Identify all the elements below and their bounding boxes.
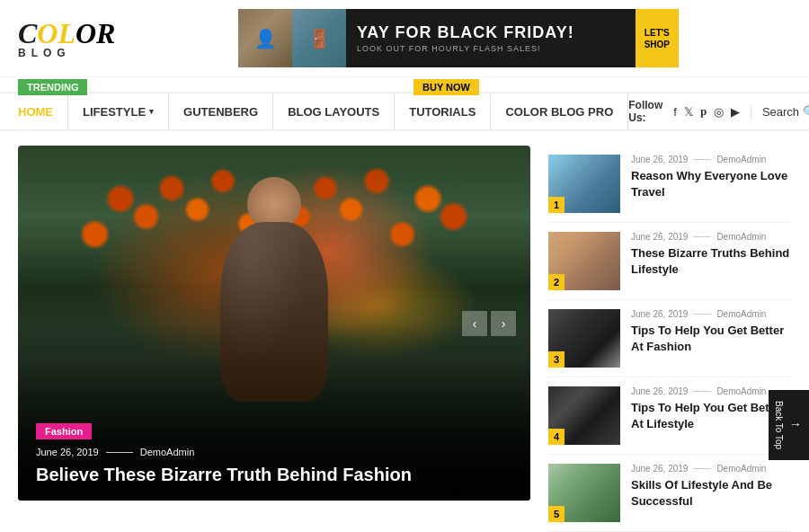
- pinterest-icon[interactable]: 𝐩: [700, 104, 707, 119]
- sidebar-post-1[interactable]: 1 June 26, 2019 DemoAdmin Reason Why Eve…: [548, 146, 791, 223]
- buy-now-label[interactable]: BUY NOW: [413, 79, 479, 95]
- ad-shop-button[interactable]: LET'S SHOP: [636, 9, 679, 67]
- sidebar-content-5: June 26, 2019 DemoAdmin Skills Of Lifest…: [631, 464, 791, 509]
- trending-label: TRENDING: [18, 79, 87, 95]
- sidebar-content-2: June 26, 2019 DemoAdmin These Bizarre Tr…: [631, 232, 791, 277]
- sidebar-date-3: June 26, 2019: [631, 309, 688, 319]
- site-logo[interactable]: COLOR BLOG: [18, 17, 126, 59]
- sidebar-date-4: June 26, 2019: [631, 386, 688, 396]
- sidebar-dash-1: [693, 159, 711, 160]
- thumb-number-4: 4: [548, 429, 565, 445]
- featured-overlay: Fashion June 26, 2019 DemoAdmin Believe …: [18, 408, 530, 501]
- sidebar-title-4[interactable]: Tips To Help You Get Better At Lifestyle: [631, 400, 791, 431]
- sidebar-content-4: June 26, 2019 DemoAdmin Tips To Help You…: [631, 386, 791, 431]
- sidebar-posts: 1 June 26, 2019 DemoAdmin Reason Why Eve…: [548, 146, 791, 532]
- sidebar-dash-4: [693, 391, 711, 392]
- main-nav: HOME LIFESTYLE ▾ GUTENBERG BLOG LAYOUTS …: [0, 93, 809, 131]
- sidebar-date-5: June 26, 2019: [631, 464, 688, 474]
- social-icons: f 𝕏 𝐩 ◎ ▶: [673, 104, 740, 119]
- ad-image-2: 🚪: [292, 9, 346, 67]
- twitter-icon[interactable]: 𝕏: [684, 105, 693, 119]
- featured-author: DemoAdmin: [140, 447, 195, 457]
- instagram-icon[interactable]: ◎: [714, 105, 724, 119]
- featured-category[interactable]: Fashion: [36, 423, 92, 439]
- follow-us-label: Follow Us:: [628, 99, 662, 124]
- nav-right: Follow Us: f 𝕏 𝐩 ◎ ▶ Search 🔍: [628, 99, 809, 124]
- sidebar-title-2[interactable]: These Bizarre Truths Behind Lifestyle: [631, 245, 791, 277]
- sidebar-thumb-5: 5: [548, 464, 620, 522]
- nav-item-color-blog-pro[interactable]: COLOR BLOG PRO: [491, 93, 628, 130]
- up-arrow-icon: ↑: [789, 421, 804, 428]
- sidebar-author-2: DemoAdmin: [716, 232, 766, 242]
- sidebar-author-1: DemoAdmin: [716, 155, 766, 164]
- sidebar-post-2[interactable]: 2 June 26, 2019 DemoAdmin These Bizarre …: [548, 223, 791, 300]
- featured-date: June 26, 2019: [36, 447, 99, 457]
- sidebar-content-3: June 26, 2019 DemoAdmin Tips To Help You…: [631, 309, 791, 354]
- nav-item-home[interactable]: HOME: [18, 93, 68, 130]
- ad-container[interactable]: 👤 🚪 YAY FOR BLACK FRIDAY! LOOK OUT FOR H…: [238, 9, 679, 67]
- nav-item-blog-layouts[interactable]: BLOG LAYOUTS: [273, 93, 395, 130]
- slider-navigation: ‹ ›: [462, 311, 516, 336]
- ad-image-1: 👤: [238, 9, 292, 67]
- logo-text: COLOR: [18, 17, 115, 50]
- ad-images: 👤 🚪: [238, 9, 346, 67]
- sidebar-author-4: DemoAdmin: [716, 386, 766, 396]
- meta-divider: [106, 452, 133, 453]
- nav-item-gutenberg[interactable]: GUTENBERG: [169, 93, 273, 130]
- chevron-down-icon: ▾: [149, 107, 154, 116]
- sidebar-meta-5: June 26, 2019 DemoAdmin: [631, 464, 791, 474]
- ad-title: YAY FOR BLACK FRIDAY!: [357, 23, 625, 42]
- sidebar-dash-2: [693, 236, 711, 237]
- header: COLOR BLOG 👤 🚪 YAY FOR BLACK FRIDAY! LOO…: [0, 0, 809, 77]
- logo-blog: BLOG: [18, 47, 71, 59]
- thumb-number-1: 1: [548, 197, 565, 213]
- sidebar-thumb-4: 4: [548, 386, 620, 445]
- sidebar-thumb-2: 2: [548, 232, 620, 290]
- sidebar-title-3[interactable]: Tips To Help You Get Better At Fashion: [631, 323, 791, 354]
- search-icon: 🔍: [803, 105, 809, 119]
- nav-item-lifestyle[interactable]: LIFESTYLE ▾: [68, 93, 169, 130]
- sidebar-meta-2: June 26, 2019 DemoAdmin: [631, 232, 791, 242]
- sidebar-author-3: DemoAdmin: [716, 309, 766, 319]
- featured-post: ‹ › Fashion June 26, 2019 DemoAdmin Beli…: [18, 146, 530, 501]
- back-to-top-label: Back To Top: [774, 401, 784, 449]
- featured-title[interactable]: Believe These Bizarre Truth Behind Fashi…: [36, 463, 512, 486]
- nav-item-tutorials[interactable]: TUTORIALS: [395, 93, 491, 130]
- sidebar-post-5[interactable]: 5 June 26, 2019 DemoAdmin Skills Of Life…: [548, 455, 791, 532]
- thumb-number-3: 3: [548, 351, 565, 368]
- search-button[interactable]: Search 🔍: [751, 105, 809, 119]
- search-label: Search: [762, 105, 799, 119]
- sidebar-dash-3: [693, 314, 711, 315]
- thumb-number-2: 2: [548, 274, 565, 290]
- sidebar-date-1: June 26, 2019: [631, 155, 688, 164]
- youtube-icon[interactable]: ▶: [731, 105, 740, 119]
- trending-bar: TRENDING BUY NOW: [0, 77, 809, 93]
- ad-subtitle: LOOK OUT FOR HOURLY FLASH SALES!: [357, 44, 625, 53]
- sidebar-meta-1: June 26, 2019 DemoAdmin: [631, 155, 791, 164]
- ad-text-content: YAY FOR BLACK FRIDAY! LOOK OUT FOR HOURL…: [346, 16, 636, 60]
- sidebar-date-2: June 26, 2019: [631, 232, 688, 242]
- nav-links: HOME LIFESTYLE ▾ GUTENBERG BLOG LAYOUTS …: [18, 93, 628, 130]
- featured-meta: June 26, 2019 DemoAdmin: [36, 447, 512, 457]
- back-to-top-button[interactable]: ↑ Back To Top: [769, 390, 809, 460]
- main-content: ‹ › Fashion June 26, 2019 DemoAdmin Beli…: [0, 131, 809, 532]
- next-arrow[interactable]: ›: [491, 311, 516, 336]
- sidebar-content-1: June 26, 2019 DemoAdmin Reason Why Every…: [631, 155, 791, 200]
- sidebar-thumb-3: 3: [548, 309, 620, 368]
- header-ad-banner: 👤 🚪 YAY FOR BLACK FRIDAY! LOOK OUT FOR H…: [126, 9, 791, 67]
- prev-arrow[interactable]: ‹: [462, 311, 487, 336]
- sidebar-meta-3: June 26, 2019 DemoAdmin: [631, 309, 791, 319]
- sidebar-post-4[interactable]: 4 June 26, 2019 DemoAdmin Tips To Help Y…: [548, 377, 791, 455]
- sidebar-meta-4: June 26, 2019 DemoAdmin: [631, 386, 791, 396]
- sidebar-author-5: DemoAdmin: [716, 464, 766, 474]
- sidebar-title-5[interactable]: Skills Of Lifestyle And Be Successful: [631, 477, 791, 509]
- sidebar-post-3[interactable]: 3 June 26, 2019 DemoAdmin Tips To Help Y…: [548, 300, 791, 377]
- sidebar-title-1[interactable]: Reason Why Everyone Love Travel: [631, 168, 791, 200]
- sidebar-thumb-1: 1: [548, 155, 620, 213]
- facebook-icon[interactable]: f: [673, 105, 677, 119]
- thumb-number-5: 5: [548, 506, 565, 522]
- sidebar-dash-5: [693, 468, 711, 469]
